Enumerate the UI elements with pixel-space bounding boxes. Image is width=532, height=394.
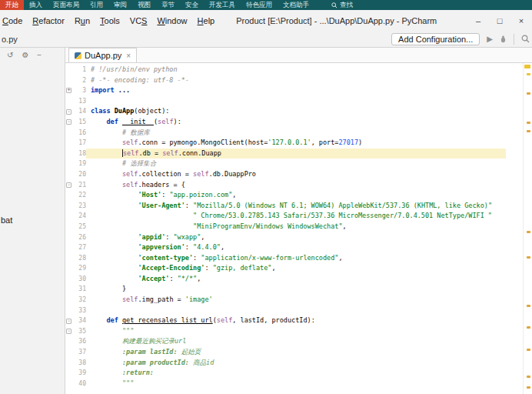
code-line[interactable]: 25 "MiniProgramEnv/Windows WindowsWechat… [65,222,506,232]
code-text[interactable]: 'User-Agent': "Mozilla/5.0 (Windows NT 6… [86,201,506,212]
ribbon-tab-引用[interactable]: 引用 [85,0,108,10]
ribbon-tab-章节[interactable]: 章节 [156,0,180,10]
code-text[interactable]: import ... [86,85,506,96]
code-text[interactable]: self.collection = self.db.DuappPro [86,169,506,180]
code-line[interactable]: 24 " Chrome/53.0.2785.143 Safari/537.36 … [65,211,506,222]
settings-icon[interactable]: ⚙ [22,51,28,59]
ribbon-tab-文档助手[interactable]: 文档助手 [278,0,314,10]
ribbon-tab-特色应用[interactable]: 特色应用 [241,0,278,10]
code-text[interactable]: # -*- encoding: utf-8 -*- [86,75,506,86]
code-text[interactable]: } [86,284,506,295]
code-text[interactable]: self.img_path = 'image' [86,295,506,306]
code-line[interactable]: 22 'Host': "app.poizon.com", [65,190,506,201]
ribbon-tab-开发工具[interactable]: 开发工具 [204,0,241,10]
code-text[interactable]: def __init__(self): [86,117,506,128]
navigation-bar[interactable]: o.py [0,35,18,44]
code-line[interactable]: 20 self.collection = self.db.DuappPro [65,169,506,180]
code-line[interactable]: 29 'Accept-Encoding': "gzip, deflate", [65,263,506,274]
run-icon[interactable]: ▶ [487,35,493,43]
code-line[interactable]: 33 [65,306,506,316]
code-text[interactable]: self.db = self.conn.Duapp [86,149,506,159]
ribbon-search[interactable]: 查找 [327,0,357,10]
code-line[interactable]: 16 # 数据库 [65,128,506,139]
code-line[interactable]: 23 'User-Agent': "Mozilla/5.0 (Windows N… [65,201,506,212]
code-line[interactable]: 27 'appversion': "4.4.0", [65,242,506,253]
code-text[interactable]: class DuApp(object): [86,106,506,117]
code-line[interactable]: 17 self.conn = pymongo.MongoClient(host=… [65,138,506,149]
scroll-to-source-icon[interactable]: ↺ [7,51,13,59]
code-text[interactable]: 'Host': "app.poizon.com", [86,190,506,201]
menu-vcs[interactable]: VCS [130,16,148,25]
code-text[interactable]: 'Accept': "*/*", [86,274,506,285]
menu-window[interactable]: Window [157,16,187,25]
code-line[interactable]: +3import ... [65,85,506,96]
code-line[interactable]: 32 self.img_path = 'image' [65,295,506,306]
ribbon-tab-开始[interactable]: 开始 [0,0,24,10]
close-button[interactable]: × [510,16,532,25]
code-line[interactable]: 18 self.db = self.conn.Duapp [65,149,506,159]
code-text[interactable]: self.headers = { [86,180,506,191]
code-line[interactable]: 19 # 选择集合 [65,159,506,169]
code-text[interactable]: :param productId: 商品id [86,358,506,369]
ribbon-tab-页面布局[interactable]: 页面布局 [48,0,85,10]
project-tree-item[interactable]: bat [1,215,12,225]
tab-close-icon[interactable]: × [126,52,131,60]
code-line[interactable]: -21 self.headers = { [65,180,506,191]
code-text[interactable]: 'Accept-Encoding': "gzip, deflate", [86,263,506,274]
hide-panel-icon[interactable]: − [37,51,42,59]
menu-run[interactable]: Run [75,16,90,25]
code-line[interactable]: 26 'appid': "wxapp", [65,232,506,243]
code-text[interactable]: " Chrome/53.0.2785.143 Safari/537.36 Mic… [86,211,506,222]
fold-marker[interactable]: - [65,319,72,324]
code-text[interactable]: 'content-type': "application/x-www-form-… [86,253,506,264]
code-text[interactable] [86,96,506,107]
menu-tools[interactable]: Tools [100,16,120,25]
code-text[interactable]: # 选择集合 [86,159,506,169]
code-line[interactable]: 13 [65,96,506,107]
ribbon-tab-审阅[interactable]: 审阅 [108,0,132,10]
code-line[interactable]: 1# !/usr/bin/env python [65,65,506,75]
code-line[interactable]: 38 :param productId: 商品id [65,358,506,369]
code-text[interactable]: 'appid': "wxapp", [86,232,506,243]
search-everywhere-icon[interactable] [521,35,530,43]
code-line[interactable]: 30 'Accept': "*/*", [65,274,506,285]
menu-refactor[interactable]: Refactor [32,16,65,25]
code-line[interactable]: 31 } [65,284,506,295]
fold-marker[interactable]: + [65,88,72,93]
code-text[interactable]: 构建最近购买记录url [86,336,506,347]
ribbon-tab-视图[interactable]: 视图 [132,0,156,10]
code-line[interactable]: -35 """ [65,326,506,337]
fold-marker[interactable]: - [65,119,72,125]
code-text[interactable]: self.conn = pymongo.MongoClient(host='12… [86,138,506,149]
editor-tab-duapp[interactable]: DuApp.py × [68,48,137,62]
fold-marker[interactable]: - [65,109,72,115]
code-line[interactable]: 40 """ [65,379,506,389]
code-line[interactable]: 28 'content-type': "application/x-www-fo… [65,253,506,264]
code-line[interactable]: -15 def __init__(self): [65,117,506,128]
menu-help[interactable]: Help [198,16,215,25]
code-text[interactable]: :param lastId: 起始页 [86,347,506,358]
code-text[interactable]: # !/usr/bin/env python [86,65,506,75]
code-editor[interactable]: 1# !/usr/bin/env python2# -*- encoding: … [65,63,532,394]
debug-icon[interactable] [500,35,507,43]
menu-code[interactable]: Code [2,16,22,25]
code-text[interactable]: "MiniProgramEnv/Windows WindowsWechat", [86,222,506,232]
fold-marker[interactable]: - [65,182,72,188]
code-line[interactable]: 2# -*- encoding: utf-8 -*- [65,75,506,86]
code-line[interactable]: 37 :param lastId: 起始页 [65,347,506,358]
code-line[interactable]: -34 def get_recensales_list_url(self, la… [65,316,506,326]
code-text[interactable]: 'appversion': "4.4.0", [86,242,506,253]
code-line[interactable]: 39 :return: [65,368,506,379]
code-text[interactable]: """ [86,326,506,337]
error-stripe[interactable] [523,63,532,394]
ribbon-tab-插入[interactable]: 插入 [24,0,48,10]
code-text[interactable]: :return: [86,368,506,379]
add-configuration-button[interactable]: Add Configuration... [391,33,480,45]
minimize-button[interactable]: – [467,16,489,25]
code-text[interactable]: # 数据库 [86,128,506,139]
maximize-button[interactable]: □ [489,16,510,25]
code-line[interactable]: -14class DuApp(object): [65,106,506,117]
fold-marker[interactable]: - [65,329,72,334]
ribbon-tab-安全[interactable]: 安全 [180,0,204,10]
code-text[interactable] [86,306,506,316]
